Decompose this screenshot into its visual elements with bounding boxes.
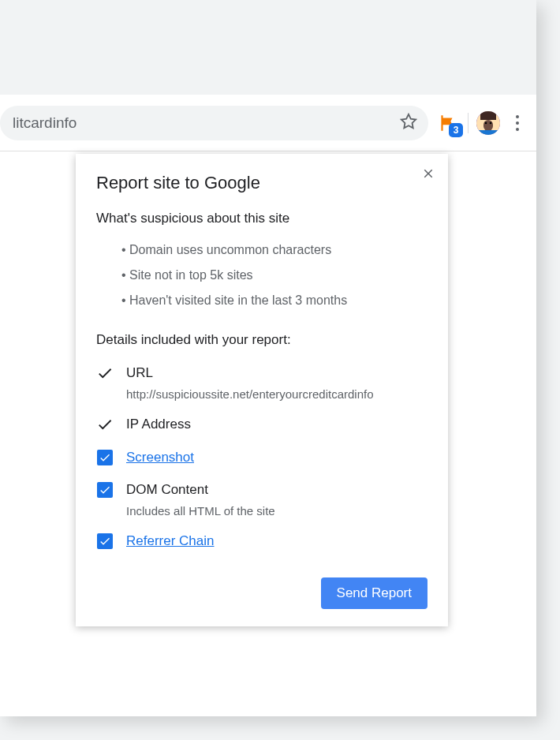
check-icon bbox=[99, 535, 111, 548]
referrer-checkbox[interactable] bbox=[96, 533, 114, 550]
chrome-menu-button[interactable] bbox=[508, 110, 527, 136]
menu-dot-icon bbox=[516, 115, 519, 118]
check-icon bbox=[99, 451, 111, 464]
popup-actions: Send Report bbox=[96, 577, 427, 609]
menu-dot-icon bbox=[516, 121, 519, 125]
omnibox[interactable]: litcardinfo bbox=[0, 106, 428, 140]
details-heading: Details included with your report: bbox=[96, 332, 427, 348]
toolbar-actions: 3 bbox=[435, 110, 536, 136]
detail-screenshot-link[interactable]: Screenshot bbox=[126, 448, 427, 467]
browser-toolbar: litcardinfo 3 bbox=[0, 95, 536, 151]
flag-badge-count: 3 bbox=[449, 123, 463, 137]
report-flag-button[interactable]: 3 bbox=[435, 110, 460, 136]
suspicious-reason: • Haven't visited site in the last 3 mon… bbox=[121, 288, 427, 313]
popup-title: Report site to Google bbox=[96, 173, 427, 193]
detail-url-label: URL bbox=[126, 364, 427, 383]
checkmark-icon bbox=[96, 364, 114, 382]
svg-rect-1 bbox=[480, 111, 496, 120]
detail-ip-row: IP Address bbox=[96, 415, 427, 434]
screenshot-checkbox[interactable] bbox=[96, 449, 114, 466]
avatar-icon bbox=[476, 111, 500, 135]
profile-avatar[interactable] bbox=[476, 111, 500, 135]
check-icon bbox=[99, 484, 111, 496]
svg-point-3 bbox=[485, 121, 487, 124]
detail-dom-sub: Includes all HTML of the site bbox=[126, 504, 427, 518]
suspicious-reason: • Site not in top 5k sites bbox=[121, 263, 427, 288]
report-site-popup: Report site to Google What's suspicious … bbox=[76, 154, 448, 626]
svg-point-4 bbox=[490, 121, 492, 124]
detail-referrer-row: Referrer Chain bbox=[96, 532, 427, 551]
detail-screenshot-row: Screenshot bbox=[96, 448, 427, 467]
detail-dom-label: DOM Content bbox=[126, 480, 427, 499]
menu-dot-icon bbox=[516, 128, 519, 131]
close-icon bbox=[421, 166, 435, 181]
detail-url-row: URL http://suspicioussite.net/enteryourc… bbox=[96, 364, 427, 401]
detail-ip-label: IP Address bbox=[126, 415, 427, 434]
svg-rect-5 bbox=[476, 130, 500, 135]
detail-dom-row: DOM Content Includes all HTML of the sit… bbox=[96, 480, 427, 518]
send-report-button[interactable]: Send Report bbox=[321, 577, 427, 609]
svg-rect-2 bbox=[483, 120, 493, 131]
checkmark-icon bbox=[96, 416, 114, 433]
suspicious-reason: • Domain uses uncommon characters bbox=[121, 237, 427, 263]
dom-checkbox[interactable] bbox=[96, 481, 114, 499]
omnibox-text: litcardinfo bbox=[13, 114, 400, 132]
suspicious-heading: What's suspicious about this site bbox=[96, 211, 427, 226]
toolbar-divider bbox=[468, 113, 469, 133]
bookmark-star-icon[interactable] bbox=[400, 113, 417, 133]
detail-referrer-link[interactable]: Referrer Chain bbox=[126, 532, 427, 551]
suspicious-reasons-list: • Domain uses uncommon characters • Site… bbox=[96, 237, 427, 313]
browser-window: litcardinfo 3 bbox=[0, 0, 536, 716]
detail-url-value: http://suspicioussite.net/enteryourcredi… bbox=[126, 387, 427, 401]
close-button[interactable] bbox=[421, 166, 435, 184]
